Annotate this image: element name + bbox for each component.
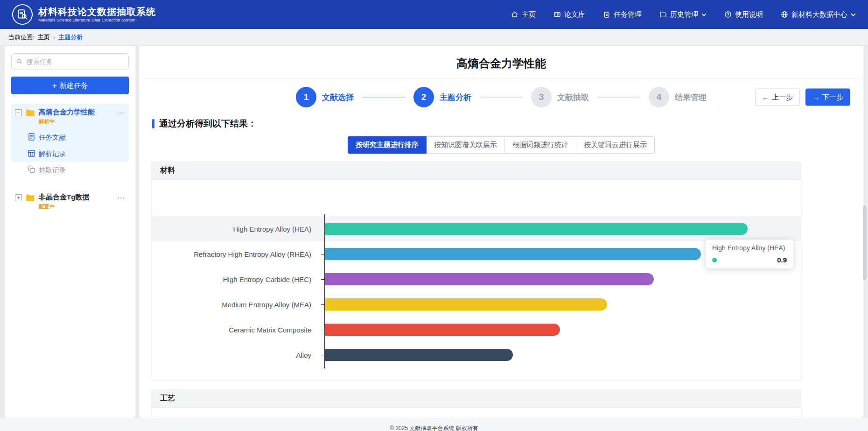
card-header: 材料: [152, 162, 801, 180]
process-card: 工艺: [151, 389, 801, 418]
plus-icon: +: [52, 82, 57, 90]
document-icon: [28, 133, 35, 142]
category-label: Ceramic Matrix Composite: [152, 326, 318, 334]
step-number: 1: [296, 87, 316, 107]
new-task-button[interactable]: + 新建任务: [11, 77, 129, 94]
chart-row[interactable]: Medium Entropy Alloy (MEA): [152, 292, 801, 317]
tree-folder-tg[interactable]: + 非晶合金Tg数据 配置中 ⋯: [11, 189, 129, 214]
task-icon: [603, 11, 610, 18]
app-logo-icon: [12, 4, 33, 25]
y-axis-line: [324, 214, 325, 368]
nav-item-label: 主页: [522, 10, 536, 19]
bar-hec[interactable]: [325, 273, 654, 285]
next-step-button[interactable]: → 下一步: [805, 89, 850, 106]
tooltip-dot: [712, 258, 717, 262]
step-label: 主题分析: [440, 92, 471, 103]
more-actions-button[interactable]: ⋯: [117, 193, 125, 202]
chart-row[interactable]: High Entropy Carbide (HEC): [152, 267, 801, 292]
tooltip-value: 0.9: [717, 256, 787, 264]
step-topic-analysis[interactable]: 2 主题分析: [413, 87, 471, 107]
nav-item-home[interactable]: 主页: [511, 10, 536, 19]
step-number: 2: [413, 87, 434, 107]
nav-item-library[interactable]: 论文库: [553, 10, 585, 19]
bar-mea[interactable]: [325, 298, 607, 311]
nav-item-label: 新材料大数据中心: [791, 10, 847, 19]
tab-knowledge-graph[interactable]: 按知识图谱关联展示: [426, 136, 505, 154]
tree-folder-hea[interactable]: − 高熵合金力学性能 解析中 ⋯: [11, 104, 129, 129]
bar-cmc[interactable]: [325, 324, 560, 336]
axis-tick: [321, 355, 324, 355]
step-connector: [597, 97, 640, 98]
expand-toggle-icon[interactable]: +: [15, 194, 22, 201]
main-panel: 高熵合金力学性能 1 文献选择 2 主题分析 3 文献抽取 4 结果管理: [139, 46, 863, 418]
bar-hea[interactable]: [325, 223, 748, 235]
search-input[interactable]: [11, 53, 129, 70]
nav-item-tasks[interactable]: 任务管理: [603, 10, 642, 19]
chart-row[interactable]: High Entropy Alloy (HEA): [152, 216, 801, 241]
nav-item-datacenter[interactable]: 新材料大数据中心: [781, 10, 856, 19]
step-literature-select[interactable]: 1 文献选择: [296, 87, 354, 107]
scrollbar-thumb[interactable]: [863, 205, 867, 280]
sidebar-item-parse-records[interactable]: 解析记录: [11, 146, 129, 162]
chart-row[interactable]: Ceramic Matrix Composite: [152, 317, 801, 342]
tab-word-frequency[interactable]: 根据词频进行统计: [504, 136, 576, 154]
chart-row[interactable]: Alloy: [152, 342, 801, 367]
step-number: 4: [649, 87, 669, 107]
history-icon: [659, 11, 667, 18]
folder-name: 非晶合金Tg数据: [39, 193, 113, 202]
wizard-stepper: 1 文献选择 2 主题分析 3 文献抽取 4 结果管理 ← 上一步: [139, 79, 863, 115]
axis-tick: [321, 254, 324, 254]
step-label: 结果管理: [675, 92, 707, 103]
status-badge: 解析中: [39, 118, 113, 125]
sidebar-item-label: 解析记录: [39, 149, 66, 158]
copy-icon: [28, 166, 35, 175]
home-icon: [511, 11, 518, 18]
more-actions-button[interactable]: ⋯: [117, 108, 125, 117]
app-title: 材料科技论文数据抽取系统: [38, 7, 156, 17]
app-brand: 材料科技论文数据抽取系统 Materials Science Literatur…: [38, 7, 156, 22]
step-actions: ← 上一步 → 下一步: [755, 89, 850, 106]
task-sidebar: + 新建任务 − 高熵合金力学性能 解析中 ⋯: [5, 46, 135, 418]
breadcrumb-prefix: 当前位置:: [8, 33, 35, 42]
category-label: High Entropy Carbide (HEC): [152, 276, 318, 283]
breadcrumb-home-link[interactable]: 主页: [38, 33, 50, 42]
axis-tick: [321, 330, 324, 330]
axis-tick: [321, 229, 324, 229]
step-number: 3: [531, 87, 552, 107]
folder-icon: [26, 109, 35, 119]
breadcrumb: 当前位置: 主页 › 主题分析: [0, 29, 868, 46]
folder-name: 高熵合金力学性能: [39, 108, 113, 117]
app-subtitle: Materials Science Literature Data Extrac…: [38, 18, 156, 22]
sidebar-item-task-docs[interactable]: 任务文献: [11, 129, 129, 146]
chevron-down-icon: [701, 13, 707, 16]
sidebar-item-label: 任务文献: [39, 133, 66, 142]
prev-step-button[interactable]: ← 上一步: [755, 89, 800, 106]
library-icon: [553, 11, 561, 18]
tab-keyword-cloud[interactable]: 按关键词云进行展示: [576, 136, 655, 154]
sidebar-item-extract-records[interactable]: 抽取记录: [11, 162, 129, 178]
bar-chart: High Entropy Alloy (HEA) Refractory High…: [152, 180, 801, 381]
axis-tick: [321, 304, 324, 305]
nav-item-help[interactable]: 使用说明: [724, 10, 763, 19]
top-navbar: 材料科技论文数据抽取系统 Materials Science Literatur…: [0, 0, 868, 29]
datacenter-icon: [781, 11, 788, 18]
step-result-manage[interactable]: 4 结果管理: [649, 87, 707, 107]
nav-item-history[interactable]: 历史管理: [659, 10, 707, 19]
nav-item-label: 论文库: [564, 10, 585, 19]
nav-item-label: 使用说明: [735, 10, 763, 19]
folder-icon: [26, 194, 35, 204]
task-tree: − 高熵合金力学性能 解析中 ⋯ 任务文献: [11, 104, 129, 214]
bar-rhea[interactable]: [325, 248, 701, 260]
chevron-down-icon: [851, 13, 856, 16]
step-literature-extract[interactable]: 3 文献抽取: [531, 87, 589, 107]
tab-sort-by-topic[interactable]: 按研究主题进行排序: [348, 136, 427, 154]
chart-row[interactable]: Refractory High Entropy Alloy (RHEA): [152, 241, 801, 267]
bar-alloy[interactable]: [325, 349, 513, 361]
results-section-heading: 通过分析得到以下结果：: [152, 117, 863, 130]
help-icon: [724, 11, 732, 18]
category-label: High Entropy Alloy (HEA): [152, 225, 318, 233]
chart-tooltip: High Entropy Alloy (HEA) 0.9: [706, 240, 793, 268]
main-nav: 主页 论文库 任务管理 历史管理 使用说明 新材料大数据中心: [511, 10, 856, 19]
new-task-label: 新建任务: [60, 81, 88, 90]
collapse-toggle-icon[interactable]: −: [15, 109, 22, 116]
